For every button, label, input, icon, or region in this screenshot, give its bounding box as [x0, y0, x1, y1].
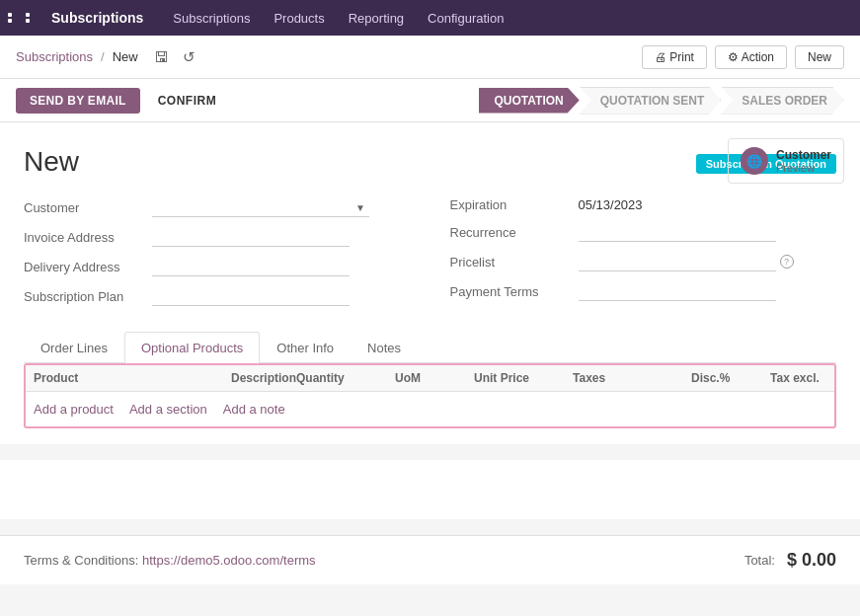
col-tax-excl: Tax excl. — [770, 371, 860, 385]
tab-other-info[interactable]: Other Info — [260, 332, 351, 363]
action-button[interactable]: ⚙ Action — [715, 45, 787, 69]
col-disc: Disc.% — [691, 371, 770, 385]
section-divider-2 — [0, 519, 860, 535]
nav-reporting[interactable]: Reporting — [339, 7, 414, 30]
label-subscription-plan: Subscription Plan — [24, 289, 152, 304]
terms-left: Terms & Conditions: https://demo5.odoo.c… — [24, 553, 316, 568]
status-step-quotation: QUOTATION — [479, 88, 580, 114]
table-header: Product Description Quantity UoM Unit Pr… — [26, 365, 834, 392]
nav-products[interactable]: Products — [264, 7, 334, 30]
terms-label: Terms & Conditions: — [24, 553, 138, 568]
print-button[interactable]: 🖨 Print — [642, 45, 707, 69]
doc-title-row: New Subscription Quotation — [24, 146, 836, 178]
terms-total: Total: $ 0.00 — [744, 550, 836, 571]
top-nav: Subscriptions Subscriptions Products Rep… — [0, 0, 860, 36]
col-taxes: Taxes — [573, 371, 691, 385]
tabs-container: Order Lines Optional Products Other Info… — [24, 332, 836, 363]
form-row-expiration: Expiration 05/13/2023 — [450, 197, 837, 212]
add-note-link[interactable]: Add a note — [223, 402, 285, 417]
payment-terms-input[interactable] — [579, 281, 776, 301]
section-divider-1 — [0, 444, 860, 460]
breadcrumb-parent[interactable]: Subscriptions — [16, 49, 93, 64]
col-quantity: Quantity — [296, 371, 395, 385]
label-invoice: Invoice Address — [24, 230, 152, 245]
customer-preview-icon: 🌐 — [741, 147, 768, 175]
customer-preview-button[interactable]: 🌐 Customer Preview — [728, 138, 844, 184]
col-uom: UoM — [395, 371, 474, 385]
pricelist-help-icon[interactable]: ? — [780, 255, 794, 269]
breadcrumb-left: Subscriptions / New 🖫 ↺ — [16, 46, 199, 68]
tab-order-lines[interactable]: Order Lines — [24, 332, 124, 363]
form-grid: Customer ▼ Invoice Address Delivery Addr… — [24, 197, 836, 316]
expiration-value: 05/13/2023 — [579, 197, 837, 212]
label-pricelist: Pricelist — [450, 255, 579, 270]
label-payment-terms: Payment Terms — [450, 284, 579, 299]
form-row-delivery: Delivery Address — [24, 257, 411, 276]
label-customer: Customer — [24, 200, 152, 215]
form-row-subscription-plan: Subscription Plan — [24, 286, 411, 306]
form-row-customer: Customer ▼ — [24, 197, 411, 217]
form-left: Customer ▼ Invoice Address Delivery Addr… — [24, 197, 411, 316]
doc-title: New — [24, 146, 79, 178]
tab-optional-products[interactable]: Optional Products — [124, 332, 260, 363]
save-icon-button[interactable]: 🖫 — [150, 46, 173, 68]
top-nav-items: Subscriptions Products Reporting Configu… — [163, 7, 513, 30]
status-quotation[interactable]: QUOTATION — [479, 88, 580, 114]
new-button[interactable]: New — [795, 45, 844, 69]
col-unit-price: Unit Price — [474, 371, 573, 385]
nav-configuration[interactable]: Configuration — [418, 7, 513, 30]
action-bar-left: SEND BY EMAIL CONFIRM — [16, 88, 226, 114]
nav-subscriptions[interactable]: Subscriptions — [163, 7, 260, 30]
page-card: 🌐 Customer Preview New Subscription Quot… — [0, 122, 860, 444]
pricelist-input[interactable] — [579, 252, 776, 271]
breadcrumb-separator: / — [101, 49, 105, 64]
breadcrumb-right: 🖨 Print ⚙ Action New — [642, 45, 844, 69]
subscription-plan-input[interactable] — [152, 286, 350, 306]
add-product-link[interactable]: Add a product — [34, 402, 114, 417]
label-recurrence: Recurrence — [450, 225, 579, 240]
status-sales-order[interactable]: SALES ORDER — [721, 87, 844, 115]
send-email-button[interactable]: SEND BY EMAIL — [16, 88, 140, 114]
empty-section — [0, 460, 860, 519]
delivery-address-input[interactable] — [152, 257, 350, 276]
form-right: Expiration 05/13/2023 Recurrence Priceli… — [450, 197, 837, 316]
customer-preview-text: Customer Preview — [776, 148, 831, 174]
col-description: Description — [231, 371, 296, 385]
terms-bar: Terms & Conditions: https://demo5.odoo.c… — [0, 535, 860, 584]
confirm-button[interactable]: CONFIRM — [148, 88, 227, 114]
customer-input[interactable] — [152, 197, 369, 217]
terms-link[interactable]: https://demo5.odoo.com/terms — [142, 553, 316, 568]
form-row-invoice: Invoice Address — [24, 227, 411, 247]
tab-notes[interactable]: Notes — [351, 332, 418, 363]
app-grid-icon[interactable] — [8, 13, 41, 23]
status-step-sales-order: SALES ORDER — [721, 87, 844, 115]
main-content: 🌐 Customer Preview New Subscription Quot… — [0, 122, 860, 584]
form-row-payment-terms: Payment Terms — [450, 281, 837, 301]
customer-preview-label: Customer — [776, 148, 831, 162]
table-add-row: Add a product Add a section Add a note — [26, 392, 834, 426]
app-brand: Subscriptions — [51, 10, 143, 26]
label-delivery: Delivery Address — [24, 260, 152, 274]
action-bar: SEND BY EMAIL CONFIRM QUOTATION QUOTATIO… — [0, 79, 860, 122]
form-row-pricelist: Pricelist ? — [450, 252, 837, 271]
terms-total-amount: $ 0.00 — [787, 550, 836, 571]
customer-select-wrapper: ▼ — [152, 197, 369, 217]
refresh-icon-button[interactable]: ↺ — [179, 46, 199, 68]
add-section-link[interactable]: Add a section — [129, 402, 207, 417]
status-bar: QUOTATION QUOTATION SENT SALES ORDER — [479, 87, 844, 115]
products-table: Product Description Quantity UoM Unit Pr… — [24, 363, 836, 428]
status-quotation-sent[interactable]: QUOTATION SENT — [580, 87, 722, 115]
invoice-address-input[interactable] — [152, 227, 350, 247]
recurrence-input[interactable] — [579, 222, 776, 242]
breadcrumb-bar: Subscriptions / New 🖫 ↺ 🖨 Print ⚙ Action… — [0, 36, 860, 79]
breadcrumb-icons: 🖫 ↺ — [150, 46, 199, 68]
status-step-sent: QUOTATION SENT — [580, 87, 722, 115]
breadcrumb-current: New — [113, 49, 138, 64]
label-expiration: Expiration — [450, 197, 579, 212]
col-product: Product — [34, 371, 231, 385]
terms-total-label: Total: — [744, 553, 775, 568]
form-row-recurrence: Recurrence — [450, 222, 837, 242]
customer-preview-sublabel: Preview — [776, 162, 831, 174]
